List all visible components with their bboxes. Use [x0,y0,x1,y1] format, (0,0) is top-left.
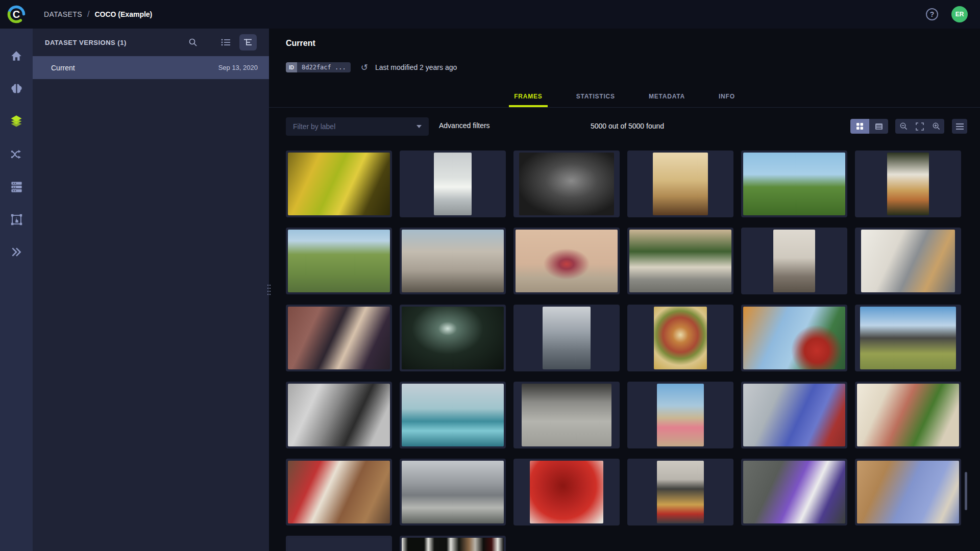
help-icon[interactable]: ? [926,8,938,20]
panel-resize-handle[interactable] [266,282,272,299]
grid-options-menu-button[interactable] [952,119,967,134]
frame-photo [860,307,956,369]
frame-thumbnail[interactable] [741,305,847,371]
tab-frames[interactable]: FRAMES [509,93,547,107]
breadcrumb-separator: / [87,10,89,19]
frame-thumbnail[interactable] [400,305,506,371]
sidebar-item-applications[interactable] [0,236,33,268]
frame-thumbnail[interactable] [855,151,961,217]
frame-photo [288,461,390,523]
frame-thumbnail[interactable] [286,382,392,448]
zoom-in-button[interactable] [929,120,943,133]
frame-photo [887,153,929,215]
frame-thumbnail[interactable] [627,151,733,217]
frame-photo [530,461,603,523]
grid-view-icon [856,122,864,130]
dataset-versions-panel: DATASET VERSIONS (1) [33,29,269,551]
sidebar-item-pipelines[interactable] [0,138,33,170]
frame-photo [743,153,845,215]
frame-photo [654,307,707,369]
zoom-controls [895,119,944,134]
frame-photo [743,384,845,446]
frame-thumbnail[interactable] [513,382,620,448]
frame-thumbnail[interactable] [400,151,506,217]
scrollbar-thumb[interactable] [965,472,967,510]
frame-photo [402,230,504,292]
frame-photo [657,461,704,523]
frame-photo [516,230,618,292]
results-count: 5000 out of 5000 found [591,122,664,130]
frame-thumbnail[interactable] [513,459,620,525]
frame-thumbnail[interactable] [741,382,847,448]
filter-by-label-select[interactable]: Filter by label [286,117,429,136]
pipelines-icon [10,147,23,161]
table-view-icon [875,123,883,130]
frames-filter-row: Filter by label Advanced filters 5000 ou… [269,117,980,136]
table-view-button[interactable] [869,119,888,134]
frame-thumbnail[interactable] [855,305,961,371]
version-row-current[interactable]: Current Sep 13, 2020 [33,56,269,79]
frame-thumbnail[interactable] [513,228,620,294]
drag-dots-icon [267,284,271,297]
frame-photo [629,230,731,292]
frame-thumbnail[interactable] [627,459,733,525]
frame-thumbnail[interactable] [741,151,847,217]
frame-thumbnail[interactable] [513,151,620,217]
breadcrumb: DATASETS / COCO (Example) [44,10,152,19]
frame-photo [743,307,845,369]
frame-photo [288,153,390,215]
breadcrumb-datasets[interactable]: DATASETS [44,10,82,18]
frame-thumbnail[interactable] [627,382,733,448]
frame-thumbnail[interactable] [627,305,733,371]
sidebar-item-projects[interactable] [0,72,33,105]
sidebar-item-workers-queues[interactable] [0,170,33,203]
zoom-out-button[interactable] [897,120,910,133]
frame-thumbnail[interactable] [286,459,392,525]
version-id-chip[interactable]: ID 8d22facf ... [286,62,351,72]
home-icon [10,49,23,63]
frame-photo [288,307,390,369]
avatar[interactable]: ER [951,6,968,22]
sidebar-item-home[interactable] [0,40,33,72]
frame-thumbnail[interactable] [286,151,392,217]
tab-info[interactable]: INFO [714,93,740,107]
menu-icon [956,123,964,130]
sidebar-item-annotator[interactable] [0,203,33,236]
tree-view-button[interactable] [239,34,257,51]
frame-thumbnail[interactable] [855,382,961,448]
frame-thumbnail[interactable] [286,228,392,294]
annotation-box-icon [10,213,23,227]
side-rail [0,29,33,551]
frame-thumbnail[interactable] [400,228,506,294]
sidebar-item-datasets[interactable] [0,105,33,138]
frame-thumbnail[interactable] [627,228,733,294]
frame-thumbnail[interactable] [741,228,847,294]
fit-to-screen-button[interactable] [913,120,926,133]
frame-thumbnail[interactable] [400,459,506,525]
frame-photo [653,153,708,215]
flat-list-view-button[interactable] [217,34,234,51]
id-chip-label: ID [286,62,297,72]
tab-statistics[interactable]: STATISTICS [571,93,620,107]
frame-thumbnail[interactable] [855,228,961,294]
frame-thumbnail[interactable] [286,305,392,371]
frame-photo [543,307,591,369]
version-search-button[interactable] [184,34,202,51]
advanced-filters-link[interactable]: Advanced filters [439,121,490,130]
frame-thumbnail[interactable] [400,536,506,551]
frame-thumbnail[interactable] [855,459,961,525]
app-logo[interactable]: C [0,0,33,29]
filter-placeholder: Filter by label [293,122,335,131]
grid-view-button[interactable] [850,119,869,134]
frame-thumbnail[interactable] [741,459,847,525]
frame-thumbnail[interactable] [513,305,620,371]
svg-text:C: C [13,9,20,20]
frame-photo [402,307,504,369]
servers-icon [10,180,23,194]
tab-metadata[interactable]: METADATA [644,93,690,107]
frame-photo [743,461,845,523]
brain-icon [10,82,23,96]
frame-thumbnail[interactable] [286,536,392,551]
frame-thumbnail[interactable] [400,382,506,448]
tree-view-icon [243,38,253,46]
